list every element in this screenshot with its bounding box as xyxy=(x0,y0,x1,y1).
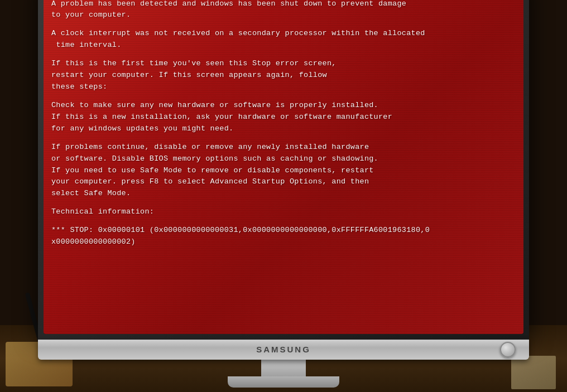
monitor-bottom-bezel: SAMSUNG xyxy=(38,340,529,360)
bsod-text-line3: If this is the first time you've seen th… xyxy=(51,58,516,93)
monitor-brand-label: SAMSUNG xyxy=(256,345,311,354)
bsod-text-line7: *** STOP: 0x00000101 (0x0000000000000031… xyxy=(51,225,516,248)
bsod-text-line5: If problems continue, disable or remove … xyxy=(51,142,516,200)
bsod-text-line4: Check to make sure any new hardware or s… xyxy=(51,100,516,135)
monitor-power-button[interactable] xyxy=(500,342,516,357)
bsod-text-line6: Technical information: xyxy=(51,206,516,218)
monitor-stand-neck xyxy=(261,360,306,376)
bsod-screen: A problem has been detected and windows … xyxy=(44,0,523,334)
bsod-text-line2: A clock interrupt was not received on a … xyxy=(51,28,516,51)
screen-bezel: A problem has been detected and windows … xyxy=(44,0,523,334)
monitor: A problem has been detected and windows … xyxy=(38,0,529,340)
monitor-stand-base xyxy=(228,376,339,388)
bsod-text-line1: A problem has been detected and windows … xyxy=(51,0,516,21)
